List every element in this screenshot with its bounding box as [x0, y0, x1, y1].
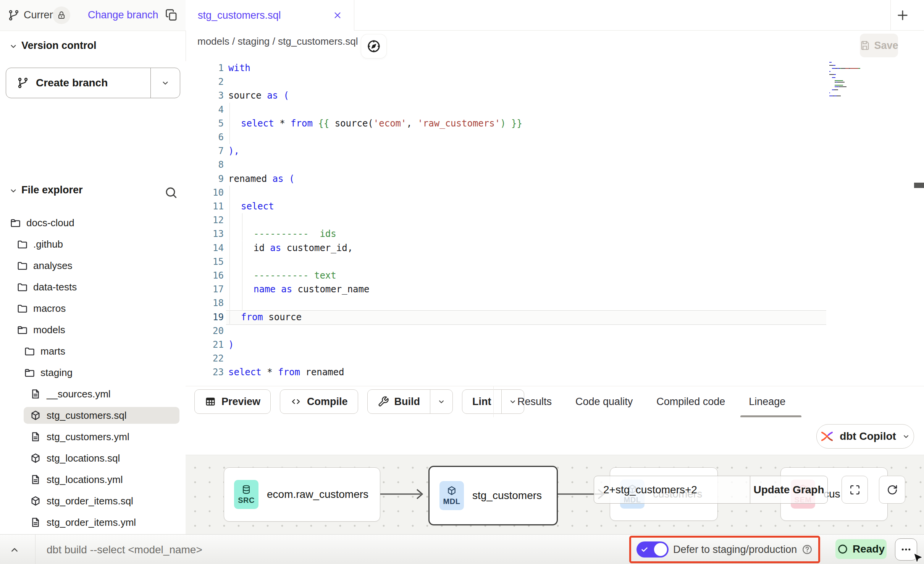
divider [35, 535, 36, 564]
button-label: Lint [472, 396, 491, 408]
code-token: as [281, 284, 292, 295]
code-line [186, 158, 924, 172]
file-tree-item[interactable]: marts [0, 343, 186, 360]
panel-tab-lineage[interactable]: Lineage [749, 396, 785, 408]
ready-label: Ready [853, 543, 885, 555]
code-line: with [186, 61, 924, 75]
file-label: stg_locations.sql [47, 452, 120, 464]
code-line: select * from {{ source('ecom', 'raw_cus… [186, 117, 924, 130]
folder-open-icon [24, 367, 35, 378]
compile-button[interactable]: Compile [280, 389, 358, 414]
chevron-up-icon[interactable] [8, 544, 21, 556]
compass-chip[interactable] [361, 34, 386, 58]
folder-open-icon [16, 324, 28, 335]
file-tree-item[interactable]: stg_locations.yml [0, 471, 186, 488]
divider [890, 0, 891, 30]
build-dropdown[interactable] [430, 390, 452, 413]
scrollbar-thumb[interactable] [914, 183, 924, 188]
code-token: , [407, 118, 418, 129]
chevron-down-icon [437, 397, 446, 406]
code-token [276, 284, 281, 295]
file-label: stg_order_items.yml [47, 517, 136, 528]
update-graph-button[interactable]: Update Graph [750, 476, 827, 503]
code-line: ) [186, 338, 924, 352]
defer-toggle[interactable] [636, 541, 669, 558]
lineage-node-stg_customers[interactable]: MDLstg_customers [428, 466, 558, 525]
file-icon [30, 474, 41, 485]
copy-branch-icon[interactable] [165, 8, 178, 21]
code-token: ) [228, 339, 234, 350]
code-token: * [274, 118, 291, 129]
fullscreen-button[interactable] [842, 476, 868, 504]
code-line: name as customer_name [186, 282, 924, 296]
panel-tab-results[interactable]: Results [517, 396, 552, 408]
lineage-graph[interactable]: SRCecom.raw_customersMDLstg_customersMDL… [186, 455, 924, 535]
file-tree-item[interactable]: staging [0, 364, 186, 381]
tab-stg-customers[interactable]: stg_customers.sql [186, 0, 354, 31]
file-tree-item[interactable]: __sources.yml [0, 386, 186, 402]
create-branch-button[interactable]: Create branch [6, 68, 180, 98]
folder-icon [16, 260, 28, 271]
file-tree-item[interactable]: macros [0, 300, 186, 317]
code-editor[interactable]: 1with23source as (45select * from {{ sou… [186, 61, 924, 386]
tab-bar-border [354, 30, 924, 31]
file-label: macros [33, 303, 66, 314]
dbt-copilot-button[interactable]: dbt Copilot [816, 424, 914, 449]
ellipsis-icon [900, 544, 912, 555]
code-line [186, 75, 924, 89]
file-tree-item-selected[interactable]: stg_customers.sql [0, 407, 186, 424]
file-label: stg_customers.yml [47, 431, 129, 443]
chevron-down-icon[interactable] [8, 41, 18, 51]
ready-status-badge: Ready [835, 539, 887, 559]
code-token: as [273, 173, 284, 184]
lineage-node-ecomraw_customers[interactable]: SRCecom.raw_customers [224, 467, 380, 522]
refresh-graph-button[interactable] [879, 476, 905, 504]
graph-selector-input[interactable]: 2+stg_customers+2 [594, 476, 750, 503]
file-tree-item[interactable]: models [0, 321, 186, 338]
panel-tabs: ResultsCode qualityCompiled codeLineage [517, 386, 785, 417]
code-line [186, 213, 924, 227]
new-tab-plus-icon[interactable] [896, 8, 909, 22]
wrench-icon [378, 396, 389, 407]
file-tree-item[interactable]: stg_customers.yml [0, 428, 186, 445]
change-branch-link[interactable]: Change branch [88, 9, 158, 21]
code-token: from [291, 118, 313, 129]
create-branch-dropdown[interactable] [150, 68, 180, 98]
file-tree-item[interactable]: stg_order_items.yml [0, 514, 186, 531]
code-line [186, 255, 924, 269]
code-token: customer_id, [281, 243, 353, 253]
build-button[interactable]: Build [367, 389, 453, 414]
close-icon[interactable] [333, 10, 342, 20]
file-icon [30, 517, 41, 528]
chevron-down-icon[interactable] [8, 186, 18, 196]
save-button[interactable]: Save [860, 34, 898, 57]
help-icon[interactable] [801, 544, 813, 555]
command-input[interactable] [46, 541, 582, 558]
panel-tab-code-quality[interactable]: Code quality [575, 396, 633, 408]
git-branch-icon [8, 9, 20, 21]
panel-tab-compiled-code[interactable]: Compiled code [656, 396, 725, 408]
chevron-down-icon [508, 397, 517, 406]
preview-button[interactable]: Preview [194, 389, 271, 414]
action-buttons: PreviewCompileBuildLint [194, 389, 524, 414]
file-label: stg_locations.yml [47, 474, 123, 486]
version-control-title: Version control [21, 40, 97, 52]
code-token: 'ecom' [373, 118, 407, 129]
code-token: select [241, 118, 274, 129]
folder-icon [16, 238, 28, 250]
button-label: Compile [307, 396, 348, 408]
search-icon[interactable] [164, 186, 178, 199]
file-tree-item[interactable]: docs-cloud [0, 214, 186, 231]
code-line: select [186, 199, 924, 213]
file-label: models [33, 324, 65, 336]
model-cube-icon [30, 452, 41, 464]
file-tree-item[interactable]: analyses [0, 257, 186, 274]
file-tree-item[interactable]: .github [0, 236, 186, 253]
file-tree-item[interactable]: stg_order_items.sql [0, 493, 186, 509]
branch-readonly-lock [53, 6, 70, 24]
file-icon [30, 388, 41, 400]
action-bar: PreviewCompileBuildLint ResultsCode qual… [186, 386, 924, 418]
model-cube-icon [30, 495, 41, 507]
file-tree-item[interactable]: stg_locations.sql [0, 450, 186, 467]
file-tree-item[interactable]: data-tests [0, 279, 186, 295]
